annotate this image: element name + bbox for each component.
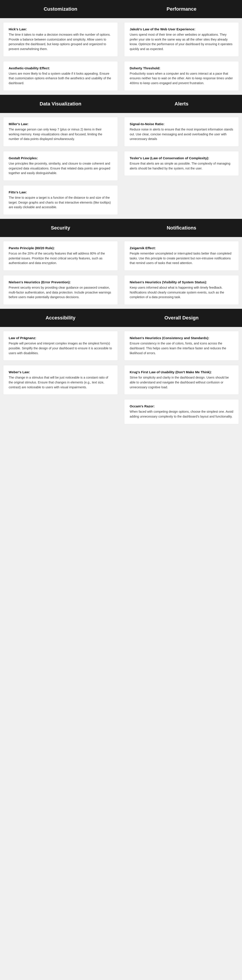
card-krugs-first-law-body: Strive for simplicity and clarity in the… [130,375,233,390]
card-doherty-threshold: Doherty Threshold: Productivity soars wh… [124,61,239,91]
card-hicks-law: Hick's Law: The time it takes to make a … [3,22,118,57]
card-nielsens-consistency: Nielsen's Heuristics (Consistency and St… [124,331,239,361]
card-signal-to-noise-body: Reduce noise in alerts to ensure that th… [130,127,233,142]
col-customization: Customization Hick's Law: The time it ta… [0,0,121,95]
card-law-of-pragnanz-body: People will perceive and interpret compl… [9,341,112,356]
card-webers-law-title: Weber's Law: [9,370,112,374]
cards-data-visualization: Miller's Law: The average person can onl… [0,113,121,219]
card-nielsens-visibility-title: Nielsen's Heuristics (Visibility of Syst… [130,280,233,284]
card-teslers-law-body: Ensure that alerts are as simple as poss… [130,161,233,171]
card-krugs-first-law-title: Krug's First Law of Usability (Don't Mak… [130,370,233,374]
col-data-visualization: Data Visualization Miller's Law: The ave… [0,95,121,219]
cards-alerts: Signal-to-Noise Ratio: Reduce noise in a… [121,113,242,180]
card-gestalt-principles-title: Gestalt Principles: [9,156,112,160]
card-nielsens-visibility-body: Keep users informed about what is happen… [130,285,233,300]
card-doherty-threshold-title: Doherty Threshold: [130,66,233,70]
col-notifications: Notifications Zeigarnik Effect: People r… [121,219,242,309]
card-signal-to-noise: Signal-to-Noise Ratio: Reduce noise in a… [124,117,239,146]
cards-performance: Jakob's Law of the Web User Experience: … [121,18,242,95]
card-aesthetic-usability: Aesthetic-Usability Effect: Users are mo… [3,61,118,91]
card-zeigarnik-effect-body: People remember uncompleted or interrupt… [130,251,233,266]
card-fitts-law-title: Fitts's Law: [9,190,112,194]
header-alerts: Alerts [121,95,242,113]
header-data-visualization: Data Visualization [0,95,121,113]
card-millers-law-body: The average person can only keep 7 (plus… [9,127,112,142]
card-krugs-first-law: Krug's First Law of Usability (Don't Mak… [124,365,239,395]
card-occams-razor: Occam's Razor: When faced with competing… [124,399,239,424]
card-pareto-principle-body: Focus on the 20% of the security feature… [9,251,112,266]
card-pareto-principle: Pareto Principle (80/20 Rule): Focus on … [3,241,118,271]
cards-security: Pareto Principle (80/20 Rule): Focus on … [0,237,121,309]
header-notifications: Notifications [121,219,242,237]
card-signal-to-noise-title: Signal-to-Noise Ratio: [130,122,233,126]
card-occams-razor-title: Occam's Razor: [130,404,233,408]
col-accessibility: Accessibility Law of Prägnanz: People wi… [0,309,121,428]
card-jakobs-law: Jakob's Law of the Web User Experience: … [124,22,239,57]
cards-accessibility: Law of Prägnanz: People will perceive an… [0,327,121,399]
card-fitts-law: Fitts's Law: The time to acquire a targe… [3,185,118,215]
card-fitts-law-body: The time to acquire a target is a functi… [9,196,112,210]
main-grid: Customization Hick's Law: The time it ta… [0,0,242,428]
header-performance: Performance [121,0,242,18]
col-security: Security Pareto Principle (80/20 Rule): … [0,219,121,309]
card-nielsens-error-prevention-body: Prevent security errors by providing cle… [9,285,112,300]
header-accessibility: Accessibility [0,309,121,327]
card-teslers-law-title: Tesler's Law (Law of Conservation of Com… [130,156,233,160]
card-millers-law-title: Miller's Law: [9,122,112,126]
card-gestalt-principles-body: Use principles like proximity, similarit… [9,161,112,176]
card-hicks-law-title: Hick's Law: [9,27,112,31]
card-zeigarnik-effect: Zeigarnik Effect: People remember uncomp… [124,241,239,271]
card-hicks-law-body: The time it takes to make a decision inc… [9,32,112,52]
card-nielsens-consistency-body: Ensure consistency in the use of colors,… [130,341,233,356]
col-performance: Performance Jakob's Law of the Web User … [121,0,242,95]
header-overall-design: Overall Design [121,309,242,327]
header-security: Security [0,219,121,237]
card-aesthetic-usability-body: Users are more likely to find a system u… [9,71,112,86]
card-nielsens-consistency-title: Nielsen's Heuristics (Consistency and St… [130,336,233,340]
card-webers-law-body: The change in a stimulus that will be ju… [9,375,112,390]
cards-customization: Hick's Law: The time it takes to make a … [0,18,121,95]
card-aesthetic-usability-title: Aesthetic-Usability Effect: [9,66,112,70]
card-zeigarnik-effect-title: Zeigarnik Effect: [130,246,233,250]
card-nielsens-error-prevention-title: Nielsen's Heuristics (Error Prevention): [9,280,112,284]
col-alerts: Alerts Signal-to-Noise Ratio: Reduce noi… [121,95,242,219]
card-gestalt-principles: Gestalt Principles: Use principles like … [3,151,118,181]
cards-overall-design: Nielsen's Heuristics (Consistency and St… [121,327,242,428]
card-webers-law: Weber's Law: The change in a stimulus th… [3,365,118,395]
card-law-of-pragnanz: Law of Prägnanz: People will perceive an… [3,331,118,361]
card-jakobs-law-title: Jakob's Law of the Web User Experience: [130,27,233,31]
card-occams-razor-body: When faced with competing design options… [130,409,233,419]
cards-notifications: Zeigarnik Effect: People remember uncomp… [121,237,242,309]
card-millers-law: Miller's Law: The average person can onl… [3,117,118,146]
card-pareto-principle-title: Pareto Principle (80/20 Rule): [9,246,112,250]
card-jakobs-law-body: Users spend most of their time on other … [130,32,233,52]
card-nielsens-error-prevention: Nielsen's Heuristics (Error Prevention):… [3,275,118,305]
col-overall-design: Overall Design Nielsen's Heuristics (Con… [121,309,242,428]
card-nielsens-visibility: Nielsen's Heuristics (Visibility of Syst… [124,275,239,305]
card-law-of-pragnanz-title: Law of Prägnanz: [9,336,112,340]
card-teslers-law: Tesler's Law (Law of Conservation of Com… [124,151,239,176]
header-customization: Customization [0,0,121,18]
card-doherty-threshold-body: Productivity soars when a computer and i… [130,71,233,86]
